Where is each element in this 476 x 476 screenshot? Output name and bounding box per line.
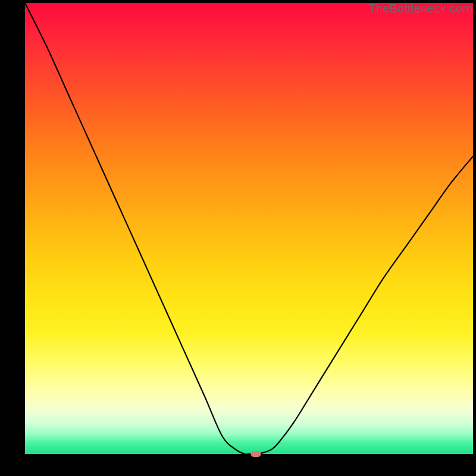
curve-path — [25, 3, 473, 454]
watermark-text: TheBottleneck.com — [368, 2, 472, 15]
chart-frame: TheBottleneck.com — [0, 0, 476, 476]
plot-area — [25, 3, 473, 454]
bottleneck-curve — [25, 3, 473, 454]
optimal-marker — [250, 451, 261, 457]
